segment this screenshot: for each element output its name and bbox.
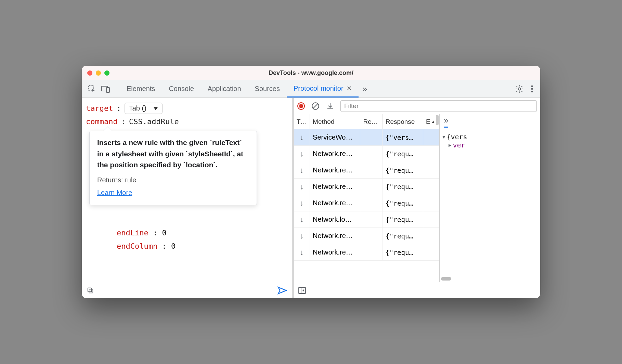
cell-elapsed (423, 129, 439, 145)
tab-console[interactable]: Console (162, 80, 200, 98)
cell-direction: ↓ (294, 146, 310, 162)
tab-label: Console (169, 85, 194, 93)
table-row[interactable]: ↓Network.re…{"requ… (294, 195, 439, 211)
scrollbar-thumb[interactable] (441, 277, 451, 281)
dropdown-triangle-icon (153, 107, 158, 110)
cell-method: Network.re… (310, 179, 360, 195)
protocol-monitor-pane: T… Method Re… Response E▲. ↓ServiceWo…{"… (294, 98, 540, 298)
cell-request (360, 211, 383, 228)
cell-method: Network.re… (310, 244, 360, 260)
close-tab-icon[interactable]: × (347, 83, 352, 93)
tree-root[interactable]: ▼ {vers (442, 133, 537, 141)
tab-protocol-monitor[interactable]: Protocol monitor× (287, 80, 359, 98)
cell-direction: ↓ (294, 228, 310, 244)
cell-response: {"requ… (383, 179, 423, 195)
svg-point-4 (531, 85, 533, 87)
cell-response: {"requ… (383, 146, 423, 162)
cell-request (360, 129, 383, 145)
monitor-toolbar (294, 98, 540, 114)
copy-icon[interactable] (87, 287, 94, 294)
tab-label: Protocol monitor (294, 84, 344, 92)
tree-child[interactable]: ▶ ver (449, 141, 537, 149)
tab-elements[interactable]: Elements (120, 80, 162, 98)
cell-request (360, 179, 383, 195)
table-row[interactable]: ↓Network.re…{"requ… (294, 146, 439, 162)
table-row[interactable]: ↓Network.re…{"requ… (294, 228, 439, 244)
column-header-request[interactable]: Re… (360, 114, 383, 129)
svg-point-3 (518, 88, 521, 90)
cell-response: {"requ… (383, 228, 423, 244)
cell-response: {"requ… (383, 162, 423, 178)
column-header-method[interactable]: Method (310, 114, 360, 129)
command-label: command (86, 117, 118, 126)
clear-button[interactable] (311, 102, 320, 110)
cell-direction: ↓ (294, 211, 310, 228)
horizontal-scrollbar[interactable] (441, 277, 539, 281)
command-editor-pane: target: Tab () command: CSS.addRule Inse… (82, 98, 294, 298)
filter-input[interactable] (340, 100, 537, 112)
cell-response: {"requ… (383, 195, 423, 211)
detail-pane: » ▼ {vers ▶ ver (439, 114, 540, 282)
command-value[interactable]: CSS.addRule (129, 117, 179, 126)
more-tabs-chevrons-icon[interactable]: » (363, 84, 367, 94)
more-options-kebab-icon[interactable] (531, 85, 533, 93)
table-row[interactable]: ↓Network.re…{"requ… (294, 179, 439, 195)
expand-triangle-icon: ▶ (449, 142, 451, 148)
vertical-scrollbar-thumb[interactable] (436, 115, 439, 125)
cell-request (360, 228, 383, 244)
param-line[interactable]: endColumn : 0 (117, 242, 288, 250)
cell-method: Network.re… (310, 228, 360, 244)
table-row[interactable]: ↓ServiceWo…{"vers… (294, 129, 439, 146)
device-toolbar-icon[interactable] (101, 85, 111, 93)
window-titlebar: DevTools - www.google.com/ (82, 66, 540, 80)
table-row[interactable]: ↓Network.lo…{"requ… (294, 211, 439, 228)
cell-method: Network.re… (310, 146, 360, 162)
column-header-type[interactable]: T… (294, 114, 310, 129)
cell-elapsed (423, 244, 439, 260)
table-row[interactable]: ↓Network.re…{"requ… (294, 162, 439, 179)
detail-tabs: » (440, 114, 540, 129)
svg-point-5 (531, 88, 533, 90)
cell-method: Network.lo… (310, 211, 360, 228)
column-header-response[interactable]: Response (383, 114, 423, 129)
send-command-button[interactable] (277, 286, 287, 295)
download-button[interactable] (326, 102, 334, 110)
tooltip-learn-more-link[interactable]: Learn More (97, 187, 249, 198)
tab-application[interactable]: Application (201, 80, 248, 98)
command-line: command: CSS.addRule (86, 117, 288, 126)
param-key: endColumn (117, 242, 157, 250)
maximize-window-button[interactable] (104, 70, 109, 76)
target-select[interactable]: Tab () (125, 103, 163, 114)
cell-elapsed (423, 195, 439, 211)
tooltip-description: Inserts a new rule with the given `ruleT… (97, 137, 249, 171)
cell-response: {"requ… (383, 211, 423, 228)
cell-elapsed (423, 211, 439, 228)
cell-direction: ↓ (294, 162, 310, 178)
param-key: endLine (117, 229, 148, 237)
svg-rect-2 (106, 88, 109, 92)
record-button[interactable] (297, 102, 305, 110)
tooltip-returns: Returns: rule (97, 175, 249, 185)
minimize-window-button[interactable] (96, 70, 101, 76)
cell-direction: ↓ (294, 195, 310, 211)
target-line: target: Tab () (86, 103, 288, 114)
settings-gear-icon[interactable] (515, 84, 524, 93)
inspect-element-icon[interactable] (87, 84, 96, 93)
param-line[interactable]: endLine : 0 (117, 229, 288, 237)
command-tooltip: Inserts a new rule with the given `ruleT… (89, 131, 257, 205)
cell-direction: ↓ (294, 129, 310, 145)
table-row[interactable]: ↓Network.re…{"requ… (294, 244, 439, 261)
close-window-button[interactable] (87, 70, 92, 76)
detail-more-chevrons-icon[interactable]: » (444, 116, 448, 128)
svg-point-6 (531, 91, 533, 92)
cell-method: Network.re… (310, 195, 360, 211)
param-value: : 0 (157, 242, 176, 250)
tab-sources[interactable]: Sources (248, 80, 287, 98)
cell-elapsed (423, 146, 439, 162)
divider (117, 84, 117, 94)
cell-response: {"vers… (383, 129, 423, 145)
toggle-sidebar-icon[interactable] (298, 287, 306, 294)
tab-label: Elements (127, 85, 155, 93)
svg-rect-7 (89, 289, 93, 293)
cell-elapsed (423, 179, 439, 195)
